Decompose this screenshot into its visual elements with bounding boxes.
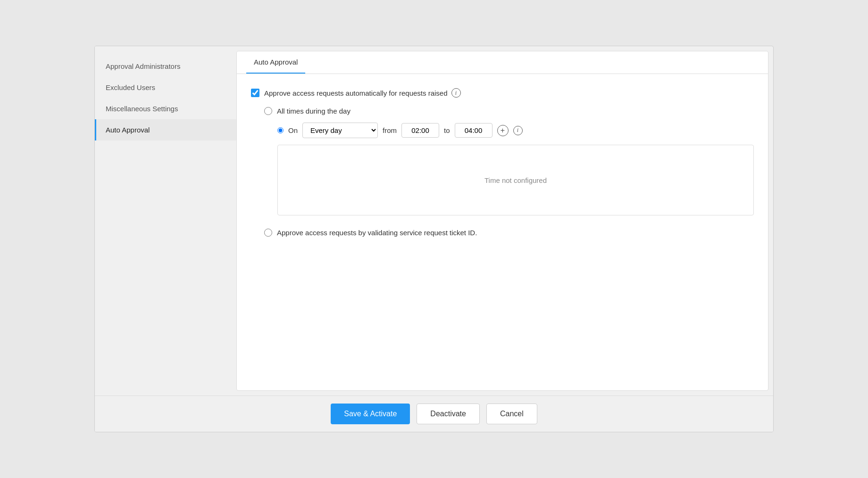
- content-body: Approve access requests automatically fo…: [237, 74, 768, 390]
- sidebar-item-approval-administrators[interactable]: Approval Administrators: [95, 56, 236, 77]
- to-label: to: [444, 126, 450, 134]
- to-time-input[interactable]: [455, 123, 492, 138]
- validate-radio-row: Approve access requests by validating se…: [264, 229, 754, 237]
- on-row: On Every day Weekdays Weekends Monday Tu…: [277, 123, 754, 138]
- radio-all-times-row: All times during the day: [264, 107, 754, 115]
- radio-group: All times during the day On Every day: [264, 107, 754, 215]
- content-area: Auto Approval Approve access requests au…: [236, 51, 768, 391]
- sidebar-item-miscellaneous-settings[interactable]: Miscellaneous Settings: [95, 98, 236, 119]
- sidebar-item-auto-approval[interactable]: Auto Approval: [95, 119, 236, 140]
- main-checkbox-row: Approve access requests automatically fo…: [251, 88, 754, 98]
- add-time-icon[interactable]: +: [497, 125, 509, 136]
- radio-on-label: On: [288, 126, 298, 134]
- tab-bar: Auto Approval: [237, 51, 768, 74]
- main-checkbox[interactable]: [251, 89, 259, 97]
- on-section: On Every day Weekdays Weekends Monday Tu…: [277, 123, 754, 215]
- main-checkbox-label: Approve access requests automatically fo…: [264, 88, 461, 98]
- tab-auto-approval[interactable]: Auto Approval: [246, 51, 305, 74]
- day-select[interactable]: Every day Weekdays Weekends Monday Tuesd…: [302, 123, 378, 138]
- radio-validate[interactable]: [264, 229, 272, 237]
- from-time-input[interactable]: [401, 123, 439, 138]
- schedule-info-icon[interactable]: i: [513, 126, 523, 135]
- radio-on[interactable]: [277, 127, 284, 133]
- radio-all-times-label: All times during the day: [277, 107, 351, 115]
- main-info-icon[interactable]: i: [451, 88, 461, 98]
- time-config-box: Time not configured: [277, 145, 754, 215]
- radio-all-times[interactable]: [264, 107, 272, 115]
- sidebar: Approval Administrators Excluded Users M…: [95, 46, 236, 396]
- footer-bar: Save & Activate Deactivate Cancel: [95, 396, 773, 432]
- from-label: from: [383, 126, 397, 134]
- save-activate-button[interactable]: Save & Activate: [331, 404, 410, 424]
- deactivate-button[interactable]: Deactivate: [417, 404, 480, 424]
- validate-radio-label: Approve access requests by validating se…: [277, 229, 477, 237]
- cancel-button[interactable]: Cancel: [486, 404, 537, 424]
- sidebar-item-excluded-users[interactable]: Excluded Users: [95, 77, 236, 98]
